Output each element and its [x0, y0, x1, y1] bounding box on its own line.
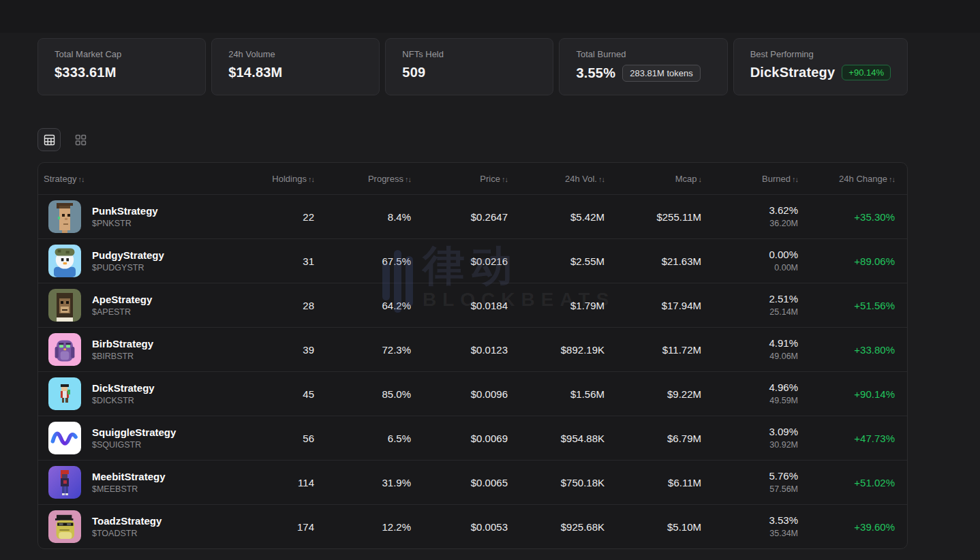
volume-cell: $1.79M — [508, 300, 604, 311]
volume-cell: $892.19K — [508, 344, 604, 356]
change-cell: +39.60% — [798, 521, 895, 533]
strategy-ticker: $DICKSTR — [92, 396, 155, 405]
strategy-name: DickStrategy — [92, 382, 155, 394]
price-cell: $0.0065 — [411, 477, 508, 488]
strategy-cell: DickStrategy $DICKSTR — [44, 377, 217, 410]
stat-card-total-burned: Total Burned 3.55% 283.81M tokens — [559, 38, 727, 95]
progress-cell: 8.4% — [314, 211, 411, 223]
volume-cell: $1.56M — [508, 388, 604, 400]
stat-card-market-cap: Total Market Cap $333.61M — [37, 38, 206, 95]
burned-cell: 4.96% 49.59M — [701, 382, 798, 406]
table-view-button[interactable] — [37, 128, 61, 151]
table-row-squiggle[interactable]: SquiggleStrategy $SQUIGSTR 56 6.5% $0.00… — [38, 416, 907, 460]
strategy-avatar — [48, 245, 81, 277]
burned-cell: 3.62% 36.20M — [701, 204, 798, 229]
mcap-cell: $5.10M — [604, 521, 701, 533]
strategy-ticker: $SQUIGSTR — [92, 440, 176, 450]
mcap-cell: $21.63M — [604, 255, 701, 267]
burned-percent: 4.91% — [701, 337, 798, 350]
strategy-cell: PunkStrategy $PNKSTR — [44, 200, 217, 233]
strategy-avatar — [48, 200, 81, 233]
volume-cell: $750.18K — [508, 477, 604, 488]
burned-cell: 0.00% 0.00M — [701, 249, 798, 273]
table-row-pudgy[interactable]: PudgyStrategy $PUDGYSTR 31 67.5% $0.0216… — [38, 238, 907, 283]
volume-cell: $5.42M — [508, 211, 604, 223]
best-change-badge: +90.14% — [842, 65, 891, 80]
strategy-avatar — [48, 510, 81, 543]
progress-cell: 12.2% — [314, 521, 411, 533]
table-row-dick[interactable]: DickStrategy $DICKSTR 45 85.0% $0.0096 $… — [38, 371, 907, 416]
holdings-cell: 114 — [217, 477, 314, 488]
top-band — [0, 0, 980, 33]
strategy-name: ApeStrategy — [92, 294, 152, 305]
stat-label: NFTs Held — [402, 49, 536, 59]
change-cell: +89.06% — [798, 255, 895, 267]
change-cell: +33.80% — [798, 344, 895, 356]
price-cell: $0.0069 — [411, 433, 508, 444]
strategy-avatar — [48, 466, 81, 499]
change-cell: +35.30% — [798, 211, 895, 223]
strategy-cell: BirbStrategy $BIRBSTR — [44, 333, 217, 366]
table-row-birb[interactable]: BirbStrategy $BIRBSTR 39 72.3% $0.0123 $… — [38, 327, 907, 371]
holdings-cell: 45 — [217, 388, 314, 400]
burned-percent: 2.51% — [701, 293, 798, 306]
strategy-avatar — [48, 377, 81, 410]
change-cell: +47.73% — [798, 433, 895, 444]
holdings-cell: 22 — [217, 211, 314, 223]
stat-label: Total Market Cap — [55, 49, 189, 59]
strategy-name: PunkStrategy — [92, 205, 158, 217]
burned-percent: 3.53% — [701, 514, 798, 527]
stat-value: DickStrategy — [750, 65, 836, 80]
mcap-cell: $9.22M — [604, 388, 701, 400]
strategy-cell: ApeStrategy $APESTR — [44, 289, 217, 322]
stat-card-24h-volume: 24h Volume $14.83M — [211, 38, 380, 95]
burned-percent: 4.96% — [701, 382, 798, 394]
strategy-ticker: $PUDGYSTR — [92, 263, 164, 273]
table-row-toadz[interactable]: ToadzStrategy $TOADSTR 174 12.2% $0.0053… — [38, 504, 907, 548]
change-cell: +51.02% — [798, 477, 895, 488]
tokens-burned-badge: 283.81M tokens — [622, 65, 701, 82]
table-row-meebit[interactable]: MeebitStrategy $MEEBSTR 114 31.9% $0.006… — [38, 460, 907, 504]
strategy-ticker: $APESTR — [92, 307, 152, 317]
table-row-ape[interactable]: ApeStrategy $APESTR 28 64.2% $0.0184 $1.… — [38, 283, 907, 327]
price-cell: $0.0096 — [411, 388, 508, 400]
column-header-24h-vol-[interactable]: 24h Vol. ↑↓ — [508, 174, 604, 184]
progress-cell: 6.5% — [314, 433, 411, 444]
volume-cell: $2.55M — [508, 255, 604, 267]
view-toggles — [37, 128, 908, 151]
table-row-punk[interactable]: PunkStrategy $PNKSTR 22 8.4% $0.2647 $5.… — [38, 194, 907, 238]
burned-amount: 25.14M — [701, 307, 798, 318]
stat-label: 24h Volume — [228, 49, 363, 59]
column-header-mcap[interactable]: Mcap ↓ — [604, 174, 701, 184]
strategy-cell: MeebitStrategy $MEEBSTR — [44, 466, 217, 499]
mcap-cell: $6.79M — [604, 433, 701, 444]
strategy-avatar — [48, 422, 81, 454]
column-header-price[interactable]: Price ↑↓ — [411, 174, 508, 184]
progress-cell: 31.9% — [314, 477, 411, 488]
burned-percent: 0.00% — [701, 249, 798, 262]
column-header-holdings[interactable]: Holdings ↑↓ — [217, 174, 314, 184]
strategy-cell: SquiggleStrategy $SQUIGSTR — [44, 422, 217, 454]
burned-cell: 2.51% 25.14M — [701, 293, 798, 317]
column-header-burned[interactable]: Burned ↑↓ — [701, 174, 798, 184]
burned-percent: 3.09% — [701, 426, 798, 439]
change-cell: +51.56% — [798, 300, 895, 311]
change-cell: +90.14% — [798, 388, 895, 400]
burned-amount: 35.34M — [701, 529, 798, 540]
strategy-cell: PudgyStrategy $PUDGYSTR — [44, 245, 217, 277]
column-header-strategy[interactable]: Strategy ↑↓ — [44, 174, 217, 184]
column-header-progress[interactable]: Progress ↑↓ — [314, 174, 411, 184]
holdings-cell: 39 — [217, 344, 314, 356]
dashboard: Total Market Cap $333.61M 24h Volume $14… — [37, 38, 908, 549]
column-header-24h-change[interactable]: 24h Change ↑↓ — [798, 174, 895, 184]
strategy-ticker: $TOADSTR — [92, 529, 162, 538]
progress-cell: 64.2% — [314, 300, 411, 311]
burned-amount: 57.56M — [701, 484, 798, 495]
holdings-cell: 174 — [217, 521, 314, 533]
burned-percent: 3.62% — [701, 204, 798, 217]
progress-cell: 85.0% — [314, 388, 411, 400]
burned-amount: 30.92M — [701, 440, 798, 451]
strategy-name: MeebitStrategy — [92, 471, 166, 482]
stat-value: $333.61M — [55, 65, 117, 80]
grid-view-button[interactable] — [69, 128, 92, 151]
